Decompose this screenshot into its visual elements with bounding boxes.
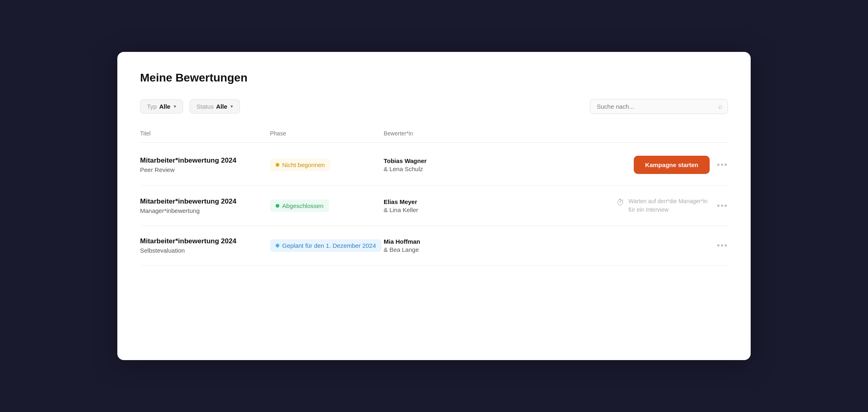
typ-label: Typ — [147, 103, 157, 110]
more-options-icon[interactable]: ••• — [717, 241, 728, 250]
phase-cell: Nicht begonnen — [270, 159, 384, 171]
kampagne-starten-button[interactable]: Kampagne starten — [634, 156, 710, 174]
phase-badge-green: Abgeschlossen — [270, 200, 329, 212]
typ-filter-button[interactable]: Typ Alle ▾ — [140, 99, 183, 114]
typ-value: Alle — [159, 103, 171, 110]
row-subtitle: Manager*inbewertung — [140, 207, 270, 214]
row-title-block: Mitarbeiter*inbewertung 2024 Selbstevalu… — [140, 237, 270, 254]
col-header-bewerter: Bewerter*in — [384, 130, 728, 137]
reviewer-secondary: & Lena Schulz — [384, 165, 634, 172]
phase-label: Nicht begonnen — [282, 161, 325, 168]
reviewer-name: Mia Hoffman — [384, 238, 717, 245]
row-title-block: Mitarbeiter*inbewertung 2024 Manager*inb… — [140, 197, 270, 214]
status-filter-button[interactable]: Status Alle ▾ — [190, 99, 240, 114]
reviewer-secondary: & Lina Keller — [384, 206, 616, 213]
more-options-icon[interactable]: ••• — [717, 201, 728, 210]
search-icon: ⌕ — [718, 103, 722, 111]
row-subtitle: Selbstevaluation — [140, 247, 270, 254]
action-cell: ⏱ Warten auf den*die Manager*in für ein … — [616, 197, 728, 214]
phase-cell: Geplant für den 1. Dezember 2024 — [270, 239, 384, 252]
action-cell: ••• — [717, 241, 728, 250]
col-header-phase: Phase — [270, 130, 384, 137]
status-value: Alle — [216, 103, 227, 110]
waiting-text: Warten auf den*die Manager*in für ein In… — [628, 197, 710, 214]
search-input[interactable] — [590, 99, 728, 114]
page-title: Meine Bewertungen — [140, 71, 728, 84]
phase-dot-icon — [276, 244, 279, 247]
reviewer-name: Elias Meyer — [384, 198, 616, 205]
status-label: Status — [196, 103, 214, 110]
status-chevron-icon: ▾ — [231, 104, 233, 109]
reviewer-block: Mia Hoffman & Bea Lange — [384, 238, 717, 253]
table-header: Titel Phase Bewerter*in — [140, 130, 728, 143]
waiting-block: ⏱ Warten auf den*die Manager*in für ein … — [616, 197, 710, 214]
row-title: Mitarbeiter*inbewertung 2024 — [140, 237, 270, 245]
reviewer-secondary: & Bea Lange — [384, 246, 717, 253]
phase-dot-icon — [276, 204, 279, 208]
search-container: ⌕ — [590, 99, 728, 114]
row-title-block: Mitarbeiter*inbewertung 2024 Peer Review — [140, 157, 270, 173]
row-title: Mitarbeiter*inbewertung 2024 — [140, 197, 270, 206]
phase-label: Geplant für den 1. Dezember 2024 — [282, 242, 376, 249]
more-options-icon[interactable]: ••• — [717, 160, 728, 170]
table-row: Mitarbeiter*inbewertung 2024 Manager*inb… — [140, 186, 728, 226]
phase-badge-yellow: Nicht begonnen — [270, 159, 330, 171]
phase-badge-blue: Geplant für den 1. Dezember 2024 — [270, 239, 382, 252]
filters-row: Typ Alle ▾ Status Alle ▾ ⌕ — [140, 99, 728, 114]
phase-dot-icon — [276, 163, 279, 167]
reviewer-block: Tobias Wagner & Lena Schulz — [384, 157, 634, 172]
phase-cell: Abgeschlossen — [270, 200, 384, 212]
typ-chevron-icon: ▾ — [174, 104, 176, 109]
row-title: Mitarbeiter*inbewertung 2024 — [140, 157, 270, 165]
col-header-titel: Titel — [140, 130, 270, 137]
action-cell: Kampagne starten ••• — [634, 156, 728, 174]
main-window: Meine Bewertungen Typ Alle ▾ Status Alle… — [117, 52, 751, 360]
phase-label: Abgeschlossen — [282, 202, 324, 209]
reviewer-name: Tobias Wagner — [384, 157, 634, 164]
table-row: Mitarbeiter*inbewertung 2024 Peer Review… — [140, 144, 728, 186]
clock-icon: ⏱ — [616, 198, 624, 207]
reviewer-block: Elias Meyer & Lina Keller — [384, 198, 616, 213]
row-subtitle: Peer Review — [140, 166, 270, 173]
table-row: Mitarbeiter*inbewertung 2024 Selbstevalu… — [140, 226, 728, 266]
